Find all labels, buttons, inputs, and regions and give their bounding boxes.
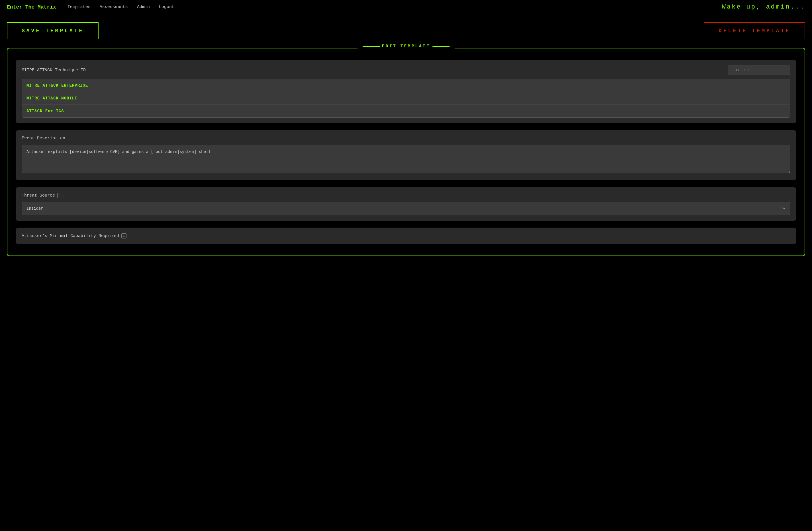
mitre-section-label: MITRE ATT&CK Technique ID <box>21 68 86 73</box>
action-buttons-bar: SAVE TEMPLATE DELETE TEMPLATE <box>0 14 812 45</box>
capability-label-row: Attacker's Minimal Capability Required i <box>21 233 791 239</box>
panel-title: EDIT TEMPLATE <box>382 44 430 49</box>
technique-item-enterprise[interactable]: MITRE ATT&CK ENTERPRISE <box>22 79 790 92</box>
mitre-filter-input[interactable] <box>728 66 791 75</box>
nav-link-templates[interactable]: Templates <box>68 4 90 10</box>
nav-brand[interactable]: Enter_The_Matrix <box>7 4 56 10</box>
threat-source-label: Threat Source <box>21 193 55 198</box>
threat-source-header: Threat Source i <box>21 193 791 198</box>
event-description-header: Event Description <box>21 136 791 141</box>
event-description-label: Event Description <box>21 136 65 141</box>
title-bar-line-right <box>432 46 449 47</box>
technique-list: MITRE ATT&CK ENTERPRISE MITRE ATT&CK MOB… <box>21 79 791 118</box>
panel-content: MITRE ATT&CK Technique ID MITRE ATT&CK E… <box>8 48 804 244</box>
title-bar-line-left <box>363 46 380 47</box>
edit-template-panel: EDIT TEMPLATE MITRE ATT&CK Technique ID … <box>7 48 805 256</box>
nav-tagline: Wake up, admin... <box>722 3 805 11</box>
save-template-button[interactable]: SAVE TEMPLATE <box>7 22 99 39</box>
nav-link-admin[interactable]: Admin <box>137 4 150 10</box>
nav-link-assessments[interactable]: Assessments <box>100 4 128 10</box>
threat-source-section: Threat Source i Insider External Partner… <box>16 187 796 221</box>
mitre-section: MITRE ATT&CK Technique ID MITRE ATT&CK E… <box>16 60 796 123</box>
technique-item-ics[interactable]: ATT&CK For ICS <box>22 105 790 117</box>
nav-links: Templates Assessments Admin Logout <box>68 4 722 10</box>
threat-source-label-row: Threat Source i <box>21 193 62 198</box>
navbar: Enter_The_Matrix Templates Assessments A… <box>0 0 812 14</box>
event-description-section: Event Description <box>16 130 796 180</box>
nav-link-logout[interactable]: Logout <box>159 4 174 10</box>
attacker-capability-label: Attacker's Minimal Capability Required <box>21 234 119 239</box>
threat-source-info-icon[interactable]: i <box>57 193 62 198</box>
delete-template-button[interactable]: DELETE TEMPLATE <box>704 22 805 39</box>
event-description-textarea[interactable] <box>21 145 791 173</box>
panel-title-bar: EDIT TEMPLATE <box>358 44 454 49</box>
mitre-section-header: MITRE ATT&CK Technique ID <box>21 66 791 75</box>
technique-item-mobile[interactable]: MITRE ATT&CK MOBILE <box>22 92 790 105</box>
attacker-capability-info-icon[interactable]: i <box>121 233 127 239</box>
attacker-capability-section: Attacker's Minimal Capability Required i <box>16 228 796 244</box>
threat-source-select[interactable]: Insider External Partner Unknown <box>21 202 791 215</box>
